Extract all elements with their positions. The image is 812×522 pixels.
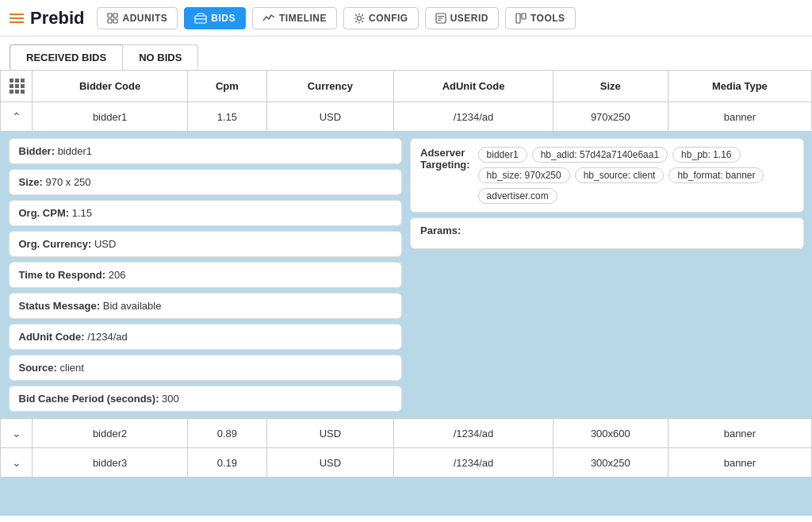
row-expand-toggle[interactable]: ⌃ (1, 102, 33, 132)
tag-hb-adid: hb_adid: 57d42a7140e6aa1 (532, 147, 668, 163)
cell-adunit-code: /1234/ad (394, 448, 553, 478)
tabs-bar: RECEIVED BIDS NO BIDS (0, 36, 812, 70)
nav-config[interactable]: CONFIG (343, 7, 419, 29)
details-right: Adserver Targeting: bidder1 hb_adid: 57d… (410, 138, 804, 412)
svg-rect-12 (522, 13, 526, 19)
chevron-down-icon[interactable]: ⌄ (12, 456, 21, 469)
detail-org-cpm: Org. CPM: 1.15 (9, 200, 403, 226)
timeline-icon (262, 13, 275, 24)
cell-currency: USD (266, 419, 394, 448)
svg-rect-2 (108, 19, 112, 23)
svg-rect-3 (113, 19, 117, 23)
cell-media-type: banner (668, 419, 811, 448)
col-media-type: Media Type (668, 71, 811, 102)
col-cpm: Cpm (188, 71, 266, 102)
targeting-tags: bidder1 hb_adid: 57d42a7140e6aa1 hb_pb: … (478, 147, 794, 204)
cell-adunit-code: /1234/ad (394, 419, 553, 448)
tag-hb-pb: hb_pb: 1.16 (672, 147, 740, 163)
adunits-icon (107, 13, 118, 24)
cell-cpm: 1.15 (188, 102, 266, 132)
table-row: ⌄ bidder2 0.89 USD /1234/ad 300x600 bann… (1, 419, 812, 448)
details-left: Bidder: bidder1 Size: 970 x 250 Org. CPM… (9, 138, 403, 412)
table-header-row: Bidder Code Cpm Currency AdUnit Code Siz… (1, 71, 812, 102)
cell-size: 300x600 (553, 419, 668, 448)
nav-tools[interactable]: TOOLS (505, 7, 576, 29)
cell-bidder-code: bidder3 (33, 448, 188, 478)
logo-area: Prebid (10, 8, 84, 29)
hamburger-icon[interactable] (10, 13, 24, 23)
tools-icon (515, 13, 527, 24)
svg-point-6 (357, 16, 361, 20)
chevron-down-icon[interactable]: ⌄ (12, 427, 21, 439)
detail-org-currency: Org. Currency: USD (9, 231, 403, 257)
detail-size: Size: 970 x 250 (9, 169, 403, 195)
svg-rect-11 (516, 13, 520, 23)
tag-hb-format: hb_format: banner (668, 167, 764, 183)
cell-cpm: 0.89 (188, 419, 266, 448)
cell-media-type: banner (668, 448, 811, 478)
detail-bid-cache: Bid Cache Period (seconds): 300 (9, 386, 403, 412)
col-size: Size (553, 71, 668, 102)
cell-currency: USD (266, 102, 394, 132)
main-content: Bidder Code Cpm Currency AdUnit Code Siz… (0, 70, 812, 516)
cell-currency: USD (266, 448, 394, 478)
table-row: ⌄ bidder3 0.19 USD /1234/ad 300x250 bann… (1, 448, 812, 478)
expanded-details-row: Bidder: bidder1 Size: 970 x 250 Org. CPM… (1, 132, 812, 419)
tab-received-bids[interactable]: RECEIVED BIDS (10, 44, 122, 70)
config-icon (354, 13, 365, 24)
params-label: Params: (420, 225, 461, 236)
col-expand (1, 71, 33, 102)
params-box: Params: (410, 217, 804, 249)
col-adunit-code: AdUnit Code (394, 71, 553, 102)
tag-advertiser: advertiser.com (478, 188, 557, 204)
svg-rect-1 (113, 13, 117, 17)
row-expand-toggle[interactable]: ⌄ (1, 419, 33, 448)
cell-size: 300x250 (553, 448, 668, 478)
cell-bidder-code: bidder1 (33, 102, 188, 132)
col-currency: Currency (266, 71, 394, 102)
col-bidder-code: Bidder Code (33, 71, 188, 102)
nav-userid[interactable]: USERID (425, 7, 499, 29)
nav-adunits[interactable]: ADUNITS (97, 7, 178, 29)
cell-cpm: 0.19 (188, 448, 266, 478)
tag-hb-source: hb_source: client (575, 167, 665, 183)
svg-rect-0 (108, 13, 112, 17)
cell-adunit-code: /1234/ad (394, 102, 553, 132)
detail-time-respond: Time to Respond: 206 (9, 262, 403, 288)
header: Prebid ADUNITS BIDS TIMELINE CONFI (0, 0, 812, 36)
bids-table: Bidder Code Cpm Currency AdUnit Code Siz… (0, 70, 812, 478)
tag-hb-size: hb_size: 970x250 (478, 167, 570, 183)
detail-adunit-code: AdUnit Code: /1234/ad (9, 324, 403, 350)
userid-icon (435, 13, 446, 24)
nav-bids[interactable]: BIDS (184, 7, 246, 29)
detail-status: Status Message: Bid available (9, 293, 403, 319)
bids-icon (194, 13, 207, 24)
targeting-label: Adserver Targeting: (420, 147, 470, 171)
logo-text: Prebid (30, 8, 84, 29)
nav-timeline[interactable]: TIMELINE (252, 7, 337, 29)
cell-size: 970x250 (553, 102, 668, 132)
targeting-box: Adserver Targeting: bidder1 hb_adid: 57d… (410, 138, 804, 213)
tab-no-bids[interactable]: NO BIDS (122, 44, 198, 70)
row-expand-toggle[interactable]: ⌄ (1, 448, 33, 478)
expanded-content: Bidder: bidder1 Size: 970 x 250 Org. CPM… (1, 132, 812, 418)
detail-bidder: Bidder: bidder1 (9, 138, 403, 164)
table-row: ⌃ bidder1 1.15 USD /1234/ad 970x250 bann… (1, 102, 812, 132)
expanded-cell: Bidder: bidder1 Size: 970 x 250 Org. CPM… (1, 132, 812, 419)
tag-bidder1: bidder1 (478, 147, 527, 163)
grid-icon (10, 79, 24, 94)
chevron-up-icon[interactable]: ⌃ (12, 110, 21, 123)
cell-bidder-code: bidder2 (33, 419, 188, 448)
cell-media-type: banner (668, 102, 811, 132)
detail-source: Source: client (9, 355, 403, 381)
